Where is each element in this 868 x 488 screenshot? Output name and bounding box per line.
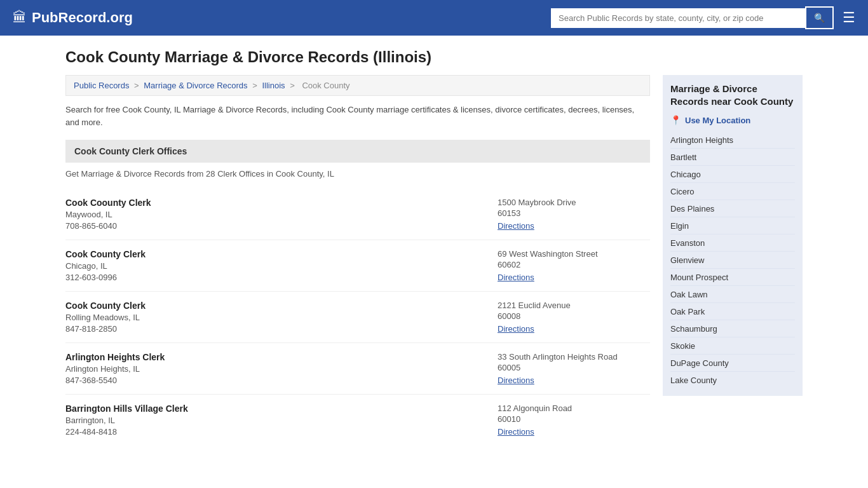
list-item: Oak Park xyxy=(670,303,795,320)
clerk-phone-1: 312-603-0996 xyxy=(65,273,146,282)
clerk-city-4: Barrington, IL xyxy=(65,416,188,425)
table-row: Arlington Heights Clerk Arlington Height… xyxy=(65,343,650,395)
sidebar-link-11[interactable]: Schaumburg xyxy=(670,324,717,334)
clerk-left-4: Barrington Hills Village Clerk Barringto… xyxy=(65,403,188,437)
site-header: 🏛 PubRecord.org 🔍 ☰ xyxy=(0,0,868,36)
search-button[interactable]: 🔍 xyxy=(805,6,834,29)
sidebar-link-9[interactable]: Oak Lawn xyxy=(670,290,708,299)
sidebar-link-0[interactable]: Arlington Heights xyxy=(670,135,733,145)
clerk-city-0: Maywood, IL xyxy=(65,210,151,219)
clerk-right-1: 69 West Washington Street 60602 Directio… xyxy=(498,249,650,282)
clerk-list: Cook Coounty Clerk Maywood, IL 708-865-6… xyxy=(65,189,650,445)
logo-icon: 🏛 xyxy=(13,10,27,26)
location-icon: 📍 xyxy=(670,115,681,125)
clerk-zip-3: 60005 xyxy=(498,363,650,372)
page-description: Search for free Cook County, IL Marriage… xyxy=(65,104,650,128)
use-location-label: Use My Location xyxy=(685,116,750,125)
content-layout: Public Records > Marriage & Divorce Reco… xyxy=(65,75,803,445)
sidebar-link-10[interactable]: Oak Park xyxy=(670,307,705,316)
use-location-button[interactable]: 📍 Use My Location xyxy=(670,115,795,125)
breadcrumb-sep-2: > xyxy=(252,81,259,90)
clerk-right-3: 33 South Arlington Heights Road 60005 Di… xyxy=(498,352,650,385)
list-item: Oak Lawn xyxy=(670,286,795,303)
sidebar-link-5[interactable]: Elgin xyxy=(670,221,689,231)
breadcrumb: Public Records > Marriage & Divorce Reco… xyxy=(65,75,650,96)
menu-icon: ☰ xyxy=(843,10,855,25)
logo-text: PubRecord.org xyxy=(32,10,133,26)
clerk-zip-0: 60153 xyxy=(498,208,650,218)
table-row: Cook County Clerk Chicago, IL 312-603-09… xyxy=(65,240,650,292)
clerk-address-1: 69 West Washington Street xyxy=(498,249,650,259)
breadcrumb-sep-1: > xyxy=(134,81,141,90)
breadcrumb-illinois[interactable]: Illinois xyxy=(262,81,285,90)
logo-area: 🏛 PubRecord.org xyxy=(13,10,133,26)
search-input[interactable] xyxy=(551,8,805,28)
list-item: Lake County xyxy=(670,372,795,388)
breadcrumb-public-records[interactable]: Public Records xyxy=(74,81,129,90)
sidebar-link-13[interactable]: DuPage County xyxy=(670,358,729,368)
breadcrumb-marriage-records[interactable]: Marriage & Divorce Records xyxy=(144,81,247,90)
clerk-city-3: Arlington Heights, IL xyxy=(65,364,165,374)
list-item: Mount Prospect xyxy=(670,269,795,286)
sidebar-link-3[interactable]: Cicero xyxy=(670,187,695,196)
clerk-left-0: Cook Coounty Clerk Maywood, IL 708-865-6… xyxy=(65,198,151,231)
clerk-phone-2: 847-818-2850 xyxy=(65,324,146,334)
menu-button[interactable]: ☰ xyxy=(843,10,855,26)
clerk-address-0: 1500 Maybrook Drive xyxy=(498,198,650,207)
clerk-right-0: 1500 Maybrook Drive 60153 Directions xyxy=(498,198,650,231)
list-item: DuPage County xyxy=(670,355,795,372)
clerk-address-4: 112 Algonquin Road xyxy=(498,403,650,413)
search-icon: 🔍 xyxy=(814,13,825,23)
sidebar-link-6[interactable]: Evanston xyxy=(670,238,705,248)
clerk-address-2: 2121 Euclid Avenue xyxy=(498,301,650,310)
sidebar-link-12[interactable]: Skokie xyxy=(670,341,695,351)
sidebar-box: Marriage & Divorce Records near Cook Cou… xyxy=(663,75,803,396)
clerk-left-2: Cook County Clerk Rolling Meadows, IL 84… xyxy=(65,301,146,334)
table-row: Barrington Hills Village Clerk Barringto… xyxy=(65,395,650,445)
clerk-phone-3: 847-368-5540 xyxy=(65,376,165,385)
list-item: Arlington Heights xyxy=(670,132,795,149)
list-item: Glenview xyxy=(670,252,795,269)
clerk-left-1: Cook County Clerk Chicago, IL 312-603-09… xyxy=(65,249,146,282)
directions-link-0[interactable]: Directions xyxy=(498,221,534,231)
sidebar-link-1[interactable]: Bartlett xyxy=(670,152,696,162)
clerk-left-3: Arlington Heights Clerk Arlington Height… xyxy=(65,352,165,385)
clerk-address-3: 33 South Arlington Heights Road xyxy=(498,352,650,362)
clerk-right-2: 2121 Euclid Avenue 60008 Directions xyxy=(498,301,650,334)
list-item: Des Plaines xyxy=(670,200,795,217)
breadcrumb-cook-county: Cook County xyxy=(302,81,349,90)
header-right: 🔍 ☰ xyxy=(551,6,855,29)
sidebar-link-2[interactable]: Chicago xyxy=(670,170,701,179)
directions-link-1[interactable]: Directions xyxy=(498,273,534,282)
list-item: Schaumburg xyxy=(670,320,795,337)
sidebar-link-14[interactable]: Lake County xyxy=(670,376,717,385)
list-item: Chicago xyxy=(670,166,795,183)
clerk-right-4: 112 Algonquin Road 60010 Directions xyxy=(498,403,650,437)
clerk-name-3: Arlington Heights Clerk xyxy=(65,352,165,362)
list-item: Bartlett xyxy=(670,149,795,166)
clerk-zip-1: 60602 xyxy=(498,260,650,269)
clerk-name-1: Cook County Clerk xyxy=(65,249,146,259)
sidebar-link-4[interactable]: Des Plaines xyxy=(670,204,714,214)
directions-link-3[interactable]: Directions xyxy=(498,376,534,385)
clerk-zip-4: 60010 xyxy=(498,414,650,424)
section-description: Get Marriage & Divorce Records from 28 C… xyxy=(65,169,650,179)
main-content: Public Records > Marriage & Divorce Reco… xyxy=(65,75,650,445)
directions-link-2[interactable]: Directions xyxy=(498,324,534,334)
clerk-city-1: Chicago, IL xyxy=(65,261,146,271)
list-item: Cicero xyxy=(670,183,795,200)
sidebar-link-7[interactable]: Glenview xyxy=(670,255,704,265)
clerk-phone-4: 224-484-8418 xyxy=(65,427,188,437)
sidebar: Marriage & Divorce Records near Cook Cou… xyxy=(663,75,803,445)
clerk-city-2: Rolling Meadows, IL xyxy=(65,313,146,322)
clerk-zip-2: 60008 xyxy=(498,311,650,321)
section-header: Cook County Clerk Offices xyxy=(65,140,650,163)
directions-link-4[interactable]: Directions xyxy=(498,427,534,437)
main-container: Cook County Marriage & Divorce Records (… xyxy=(53,36,815,458)
sidebar-link-8[interactable]: Mount Prospect xyxy=(670,273,728,282)
page-title: Cook County Marriage & Divorce Records (… xyxy=(65,48,803,66)
clerk-name-2: Cook County Clerk xyxy=(65,301,146,311)
clerk-name-0: Cook Coounty Clerk xyxy=(65,198,151,208)
list-item: Skokie xyxy=(670,337,795,355)
list-item: Elgin xyxy=(670,217,795,234)
